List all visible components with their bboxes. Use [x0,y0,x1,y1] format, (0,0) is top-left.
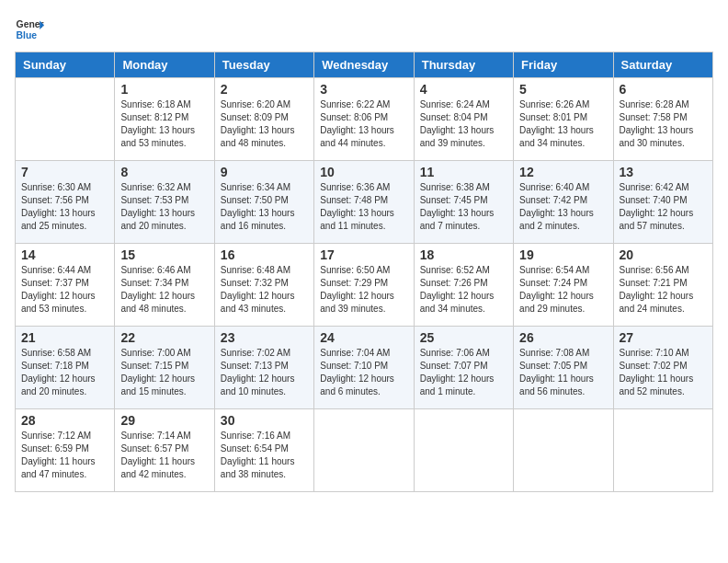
column-header-tuesday: Tuesday [214,52,313,78]
calendar-cell: 23Sunrise: 7:02 AM Sunset: 7:13 PM Dayli… [214,327,313,409]
cell-content: Sunrise: 6:30 AM Sunset: 7:56 PM Dayligh… [21,181,108,233]
cell-content: Sunrise: 7:00 AM Sunset: 7:15 PM Dayligh… [120,347,208,398]
cell-content: Sunrise: 6:52 AM Sunset: 7:26 PM Dayligh… [420,264,507,316]
calendar-cell: 11Sunrise: 6:38 AM Sunset: 7:45 PM Dayli… [414,161,513,244]
calendar-cell: 26Sunrise: 7:08 AM Sunset: 7:05 PM Dayli… [514,327,613,409]
day-number: 16 [221,247,308,262]
cell-content: Sunrise: 7:12 AM Sunset: 6:59 PM Dayligh… [21,430,108,481]
day-number: 20 [620,247,707,262]
cell-content: Sunrise: 6:38 AM Sunset: 7:45 PM Dayligh… [420,181,507,233]
cell-content: Sunrise: 6:48 AM Sunset: 7:32 PM Dayligh… [221,264,308,316]
calendar-cell: 12Sunrise: 6:40 AM Sunset: 7:42 PM Dayli… [514,161,613,244]
cell-content: Sunrise: 6:46 AM Sunset: 7:34 PM Dayligh… [120,264,208,316]
column-header-wednesday: Wednesday [314,52,414,78]
day-number: 23 [221,330,308,345]
logo-icon: General Blue [15,15,44,44]
day-number: 13 [620,165,707,179]
calendar-cell: 27Sunrise: 7:10 AM Sunset: 7:02 PM Dayli… [613,327,712,409]
day-number: 22 [120,330,208,345]
cell-content: Sunrise: 6:34 AM Sunset: 7:50 PM Dayligh… [221,181,308,233]
cell-content: Sunrise: 7:14 AM Sunset: 6:57 PM Dayligh… [120,430,208,481]
calendar-cell: 15Sunrise: 6:46 AM Sunset: 7:34 PM Dayli… [115,244,214,327]
calendar-cell: 7Sunrise: 6:30 AM Sunset: 7:56 PM Daylig… [16,161,115,244]
cell-content: Sunrise: 7:02 AM Sunset: 7:13 PM Dayligh… [221,347,308,398]
calendar-cell: 2Sunrise: 6:20 AM Sunset: 8:09 PM Daylig… [214,78,313,161]
calendar-cell: 1Sunrise: 6:18 AM Sunset: 8:12 PM Daylig… [115,78,214,161]
day-number: 8 [120,165,208,179]
calendar-cell: 5Sunrise: 6:26 AM Sunset: 8:01 PM Daylig… [514,78,613,161]
calendar-cell: 9Sunrise: 6:34 AM Sunset: 7:50 PM Daylig… [214,161,313,244]
day-number: 19 [519,247,607,262]
day-number: 17 [320,247,407,262]
day-number: 21 [21,330,108,345]
calendar-cell [414,409,513,492]
calendar-cell: 21Sunrise: 6:58 AM Sunset: 7:18 PM Dayli… [16,327,115,409]
cell-content: Sunrise: 6:28 AM Sunset: 7:58 PM Dayligh… [620,98,707,150]
calendar-cell: 22Sunrise: 7:00 AM Sunset: 7:15 PM Dayli… [115,327,214,409]
calendar-cell [613,409,712,492]
calendar-cell: 30Sunrise: 7:16 AM Sunset: 6:54 PM Dayli… [214,409,313,492]
day-number: 2 [221,82,308,97]
day-number: 3 [320,82,407,97]
calendar-cell: 19Sunrise: 6:54 AM Sunset: 7:24 PM Dayli… [514,244,613,327]
calendar-cell: 24Sunrise: 7:04 AM Sunset: 7:10 PM Dayli… [314,327,414,409]
cell-content: Sunrise: 6:22 AM Sunset: 8:06 PM Dayligh… [320,98,407,150]
page-header: General Blue [15,15,713,44]
calendar-cell [514,409,613,492]
calendar-cell: 18Sunrise: 6:52 AM Sunset: 7:26 PM Dayli… [414,244,513,327]
calendar-cell: 13Sunrise: 6:42 AM Sunset: 7:40 PM Dayli… [613,161,712,244]
day-number: 14 [21,247,108,262]
logo: General Blue [15,15,44,44]
calendar-table: SundayMondayTuesdayWednesdayThursdayFrid… [15,52,713,492]
day-number: 12 [519,165,607,179]
day-number: 28 [21,413,108,428]
calendar-week-5: 28Sunrise: 7:12 AM Sunset: 6:59 PM Dayli… [16,409,713,492]
day-number: 30 [221,413,308,428]
calendar-cell [314,409,414,492]
cell-content: Sunrise: 6:32 AM Sunset: 7:53 PM Dayligh… [120,181,208,233]
day-number: 5 [519,82,607,97]
calendar-week-2: 7Sunrise: 6:30 AM Sunset: 7:56 PM Daylig… [16,161,713,244]
calendar-header-row: SundayMondayTuesdayWednesdayThursdayFrid… [16,52,713,78]
day-number: 9 [221,165,308,179]
column-header-saturday: Saturday [613,52,712,78]
calendar-cell: 16Sunrise: 6:48 AM Sunset: 7:32 PM Dayli… [214,244,313,327]
cell-content: Sunrise: 6:44 AM Sunset: 7:37 PM Dayligh… [21,264,108,316]
cell-content: Sunrise: 7:08 AM Sunset: 7:05 PM Dayligh… [519,347,607,398]
day-number: 25 [420,330,507,345]
cell-content: Sunrise: 6:50 AM Sunset: 7:29 PM Dayligh… [320,264,407,316]
day-number: 1 [120,82,208,97]
day-number: 29 [120,413,208,428]
calendar-cell: 25Sunrise: 7:06 AM Sunset: 7:07 PM Dayli… [414,327,513,409]
day-number: 11 [420,165,507,179]
cell-content: Sunrise: 6:40 AM Sunset: 7:42 PM Dayligh… [519,181,607,233]
cell-content: Sunrise: 7:06 AM Sunset: 7:07 PM Dayligh… [420,347,507,398]
calendar-cell: 6Sunrise: 6:28 AM Sunset: 7:58 PM Daylig… [613,78,712,161]
cell-content: Sunrise: 7:16 AM Sunset: 6:54 PM Dayligh… [221,430,308,481]
cell-content: Sunrise: 6:58 AM Sunset: 7:18 PM Dayligh… [21,347,108,398]
day-number: 10 [320,165,407,179]
day-number: 4 [420,82,507,97]
day-number: 15 [120,247,208,262]
calendar-cell: 3Sunrise: 6:22 AM Sunset: 8:06 PM Daylig… [314,78,414,161]
cell-content: Sunrise: 6:56 AM Sunset: 7:21 PM Dayligh… [620,264,707,316]
column-header-thursday: Thursday [414,52,513,78]
cell-content: Sunrise: 6:26 AM Sunset: 8:01 PM Dayligh… [519,98,607,150]
calendar-cell: 17Sunrise: 6:50 AM Sunset: 7:29 PM Dayli… [314,244,414,327]
column-header-monday: Monday [115,52,214,78]
calendar-cell: 4Sunrise: 6:24 AM Sunset: 8:04 PM Daylig… [414,78,513,161]
calendar-cell: 29Sunrise: 7:14 AM Sunset: 6:57 PM Dayli… [115,409,214,492]
calendar-cell: 28Sunrise: 7:12 AM Sunset: 6:59 PM Dayli… [16,409,115,492]
cell-content: Sunrise: 6:36 AM Sunset: 7:48 PM Dayligh… [320,181,407,233]
cell-content: Sunrise: 7:10 AM Sunset: 7:02 PM Dayligh… [620,347,707,398]
calendar-cell [16,78,115,161]
column-header-sunday: Sunday [16,52,115,78]
calendar-week-4: 21Sunrise: 6:58 AM Sunset: 7:18 PM Dayli… [16,327,713,409]
cell-content: Sunrise: 6:20 AM Sunset: 8:09 PM Dayligh… [221,98,308,150]
calendar-cell: 8Sunrise: 6:32 AM Sunset: 7:53 PM Daylig… [115,161,214,244]
day-number: 24 [320,330,407,345]
day-number: 27 [620,330,707,345]
svg-text:Blue: Blue [17,30,38,40]
day-number: 18 [420,247,507,262]
day-number: 7 [21,165,108,179]
